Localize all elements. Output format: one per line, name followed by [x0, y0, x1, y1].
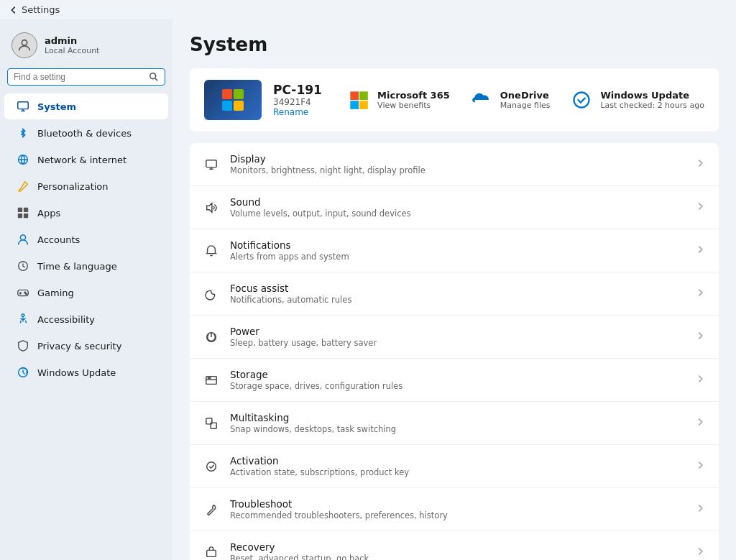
sidebar-item-personalization[interactable]: Personalization — [4, 173, 168, 199]
sidebar-item-windows-update[interactable]: Windows Update — [4, 359, 168, 385]
svg-rect-7 — [18, 208, 22, 212]
settings-item-name: Recovery — [230, 541, 686, 553]
settings-item-desc: Sleep, battery usage, battery saver — [230, 338, 686, 348]
sidebar-item-label: Personalization — [37, 181, 109, 192]
sidebar-item-label: Apps — [37, 208, 60, 219]
pc-image — [204, 80, 262, 120]
sidebar-item-label: Network & internet — [37, 155, 126, 165]
settings-item-recovery[interactable]: RecoveryReset, advanced startup, go back — [190, 531, 719, 560]
title-bar-label: Settings — [22, 4, 60, 15]
settings-item-power[interactable]: PowerSleep, battery usage, battery saver — [190, 316, 719, 359]
service-text: Windows UpdateLast checked: 2 hours ago — [600, 90, 704, 110]
windows-update-icon — [570, 88, 593, 111]
svg-point-16 — [24, 292, 26, 293]
svg-point-33 — [208, 377, 208, 378]
settings-item-activation[interactable]: ActivationActivation state, subscription… — [190, 445, 719, 488]
sidebar-item-accounts[interactable]: Accounts — [4, 226, 168, 252]
svg-point-37 — [207, 462, 216, 471]
settings-item-storage[interactable]: StorageStorage space, drives, configurat… — [190, 359, 719, 402]
network-icon — [16, 152, 30, 167]
settings-item-troubleshoot[interactable]: TroubleshootRecommended troubleshooters,… — [190, 488, 719, 531]
svg-rect-20 — [350, 91, 359, 100]
microsoft365-icon — [347, 88, 370, 111]
svg-point-18 — [22, 314, 24, 317]
sidebar-item-label: Bluetooth & devices — [37, 128, 132, 139]
service-name: OneDrive — [500, 90, 551, 101]
settings-item-text: NotificationsAlerts from apps and system — [230, 239, 686, 262]
chevron-right-icon — [696, 374, 706, 386]
pc-services: Microsoft 365View benefitsOneDriveManage… — [347, 88, 704, 111]
shield-icon — [16, 339, 30, 353]
back-button[interactable]: Settings — [9, 4, 60, 15]
sidebar-item-apps[interactable]: Apps — [4, 200, 168, 226]
settings-item-name: Display — [230, 153, 686, 165]
chevron-right-icon — [696, 244, 706, 257]
search-icon — [149, 72, 159, 82]
settings-item-name: Sound — [230, 196, 686, 208]
svg-rect-22 — [350, 101, 359, 109]
svg-point-24 — [574, 93, 589, 108]
settings-list: DisplayMonitors, brightness, night light… — [190, 143, 719, 560]
sidebar-item-label: Windows Update — [37, 367, 116, 378]
sidebar-item-gaming[interactable]: Gaming — [4, 280, 168, 306]
sidebar-item-system[interactable]: System — [4, 93, 168, 119]
search-input[interactable] — [14, 72, 149, 82]
settings-item-focus[interactable]: Focus assistNotifications, automatic rul… — [190, 272, 719, 316]
sidebar-search-box[interactable] — [7, 68, 165, 86]
sidebar-item-time[interactable]: Time & language — [4, 253, 168, 279]
settings-item-desc: Volume levels, output, input, sound devi… — [230, 208, 686, 219]
settings-item-sound[interactable]: SoundVolume levels, output, input, sound… — [190, 186, 719, 229]
monitor-icon — [203, 156, 220, 173]
chevron-right-icon — [696, 158, 706, 170]
username: admin — [45, 35, 99, 46]
settings-item-desc: Activation state, subscriptions, product… — [230, 467, 686, 477]
settings-item-name: Storage — [230, 369, 686, 380]
sidebar-item-accessibility[interactable]: Accessibility — [4, 306, 168, 332]
service-onedrive[interactable]: OneDriveManage files — [470, 88, 551, 111]
user-subtitle: Local Account — [45, 46, 99, 55]
svg-marker-28 — [207, 203, 212, 212]
chevron-right-icon — [696, 288, 706, 300]
sidebar-item-label: Accessibility — [37, 314, 95, 325]
service-text: OneDriveManage files — [500, 90, 551, 110]
sidebar-profile: admin Local Account — [0, 25, 172, 68]
settings-item-text: MultitaskingSnap windows, desktops, task… — [230, 412, 686, 434]
moon-icon — [203, 285, 220, 303]
onedrive-icon — [470, 88, 493, 111]
settings-item-display[interactable]: DisplayMonitors, brightness, night light… — [190, 143, 719, 186]
pc-id: 34921F4 — [273, 97, 336, 107]
service-microsoft365[interactable]: Microsoft 365View benefits — [347, 88, 450, 111]
settings-item-name: Troubleshoot — [230, 498, 686, 510]
service-sub: Manage files — [500, 101, 551, 110]
settings-item-name: Notifications — [230, 239, 686, 251]
sidebar-item-privacy[interactable]: Privacy & security — [4, 333, 168, 359]
sound-icon — [203, 199, 220, 216]
power-icon — [203, 329, 220, 346]
sidebar-item-network[interactable]: Network & internet — [4, 147, 168, 173]
chevron-right-icon — [696, 417, 706, 429]
service-sub: View benefits — [377, 101, 450, 110]
settings-item-name: Multitasking — [230, 412, 686, 423]
chevron-right-icon — [696, 331, 706, 343]
sidebar-item-bluetooth[interactable]: Bluetooth & devices — [4, 120, 168, 146]
svg-rect-10 — [24, 214, 28, 218]
bluetooth-icon — [16, 126, 30, 140]
windows-logo — [222, 89, 244, 111]
settings-item-text: StorageStorage space, drives, configurat… — [230, 369, 686, 391]
svg-line-2 — [155, 78, 158, 81]
rename-link[interactable]: Rename — [273, 107, 336, 117]
bell-icon — [203, 242, 220, 260]
avatar — [12, 32, 37, 58]
sidebar-item-label: Privacy & security — [37, 341, 121, 352]
service-text: Microsoft 365View benefits — [377, 90, 450, 110]
settings-item-desc: Storage space, drives, configuration rul… — [230, 381, 686, 391]
clock-icon — [16, 259, 30, 273]
settings-item-multitasking[interactable]: MultitaskingSnap windows, desktops, task… — [190, 402, 719, 445]
service-windows-update[interactable]: Windows UpdateLast checked: 2 hours ago — [570, 88, 704, 111]
settings-item-text: PowerSleep, battery usage, battery saver — [230, 326, 686, 348]
pc-details: PC-191 34921F4 Rename — [273, 83, 336, 117]
brush-icon — [16, 179, 30, 193]
settings-item-notifications[interactable]: NotificationsAlerts from apps and system — [190, 229, 719, 272]
service-name: Windows Update — [600, 90, 704, 101]
settings-item-text: ActivationActivation state, subscription… — [230, 455, 686, 477]
